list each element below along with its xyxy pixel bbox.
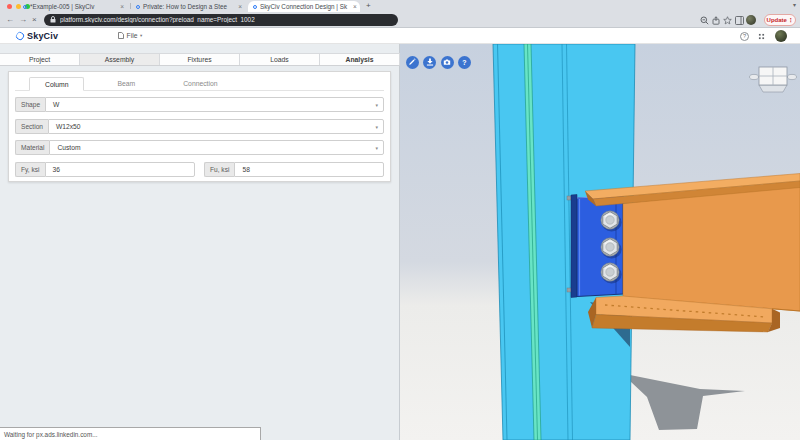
member-sub-tabs: Column Beam Connection xyxy=(15,77,384,91)
fu-label: Fu, ksi xyxy=(204,162,234,177)
subtab-connection[interactable]: Connection xyxy=(168,77,232,90)
shape-label: Shape xyxy=(15,97,45,112)
skyciv-favicon-icon xyxy=(136,5,140,9)
pencil-icon xyxy=(408,58,416,66)
share-icon[interactable] xyxy=(712,16,720,25)
column-form: Shape W ▾ Section W12x50 ▾ Material xyxy=(9,91,390,183)
main-tab-bar: Project Assembly Fixtures Loads Analysis xyxy=(0,53,400,66)
skyciv-favicon-icon xyxy=(23,5,27,9)
forward-button[interactable]: → xyxy=(19,15,27,25)
material-label: Material xyxy=(15,140,49,155)
stop-loading-button[interactable]: × xyxy=(32,15,37,25)
section-select[interactable]: W12x50 ▾ xyxy=(48,119,384,134)
tab-title: Private: How to Design a Stee xyxy=(143,3,227,10)
tab-close-icon[interactable]: × xyxy=(117,3,124,10)
tab-loads[interactable]: Loads xyxy=(240,54,320,65)
zoom-icon[interactable] xyxy=(700,16,709,25)
assembly-card: Column Beam Connection Shape W ▾ Section… xyxy=(8,71,391,182)
tab-analysis[interactable]: Analysis xyxy=(320,54,400,65)
chevron-down-icon: ▾ xyxy=(375,145,378,151)
browser-tab-1[interactable]: *Example-005 | SkyCiv × xyxy=(18,1,129,12)
strength-row: Fy, ksi 36 Fu, ksi 58 xyxy=(15,162,384,177)
chevron-down-icon: ▾ xyxy=(140,33,142,38)
new-tab-button[interactable]: + xyxy=(366,1,371,10)
document-icon xyxy=(118,32,124,39)
skyciv-logo[interactable]: SkyCiv xyxy=(16,31,58,41)
apps-grid-icon[interactable] xyxy=(758,33,765,40)
renderer-3d-viewport[interactable]: ? xyxy=(400,44,800,440)
chrome-update-button[interactable]: Update ⋮ xyxy=(764,14,796,26)
help-icon: ? xyxy=(462,59,466,66)
fy-field-group: Fy, ksi 36 xyxy=(15,162,195,177)
close-window-button[interactable] xyxy=(7,4,12,9)
tab-search-chevron-icon[interactable]: ▾ xyxy=(793,1,796,8)
tab-assembly[interactable]: Assembly xyxy=(80,54,160,65)
fy-label: Fy, ksi xyxy=(15,162,45,177)
shape-field-group: Shape W ▾ xyxy=(15,97,384,112)
help-button[interactable]: ? xyxy=(740,32,749,41)
download-icon xyxy=(426,58,434,66)
browser-tab-strip: *Example-005 | SkyCiv × Private: How to … xyxy=(0,0,800,12)
subtab-beam[interactable]: Beam xyxy=(102,77,150,90)
status-bar: Waiting for px.ads.linkedin.com... xyxy=(0,427,261,440)
shape-select[interactable]: W ▾ xyxy=(45,97,384,112)
browser-profile-avatar[interactable] xyxy=(746,15,756,25)
side-panel-icon[interactable] xyxy=(735,16,744,25)
url-text: platform.skyciv.com/design/connection?pr… xyxy=(60,16,255,23)
browser-tab-2[interactable]: Private: How to Design a Stee × xyxy=(131,1,247,12)
account-avatar[interactable] xyxy=(775,30,787,42)
more-menu-icon[interactable]: ⋮ xyxy=(788,17,794,23)
file-menu-label: File xyxy=(127,32,138,39)
chevron-down-icon: ▾ xyxy=(375,124,378,130)
section-field-group: Section W12x50 ▾ xyxy=(15,119,384,134)
fy-input[interactable]: 36 xyxy=(45,162,195,177)
screenshot-button[interactable] xyxy=(441,56,454,69)
subtab-column[interactable]: Column xyxy=(29,77,84,91)
skyciv-app-header: SkyCiv File ▾ ? xyxy=(0,28,800,44)
edit-annotation-button[interactable] xyxy=(406,56,419,69)
camera-icon xyxy=(443,58,451,66)
skyciv-logo-icon xyxy=(14,30,25,41)
connection-plate-3d[interactable] xyxy=(567,195,623,298)
file-menu[interactable]: File ▾ xyxy=(118,32,142,39)
connection-3d-scene xyxy=(400,44,800,440)
renderer-help-button[interactable]: ? xyxy=(458,56,471,69)
tab-close-icon[interactable]: × xyxy=(235,3,242,10)
material-select[interactable]: Custom ▾ xyxy=(49,140,384,155)
tab-title: *Example-005 | SkyCiv xyxy=(30,3,94,10)
chevron-down-icon: ▾ xyxy=(375,102,378,108)
address-bar[interactable]: platform.skyciv.com/design/connection?pr… xyxy=(44,14,398,27)
fu-input[interactable]: 58 xyxy=(234,162,384,177)
bookmark-star-icon[interactable] xyxy=(723,16,732,25)
skyciv-favicon-icon xyxy=(253,5,257,9)
fu-field-group: Fu, ksi 58 xyxy=(204,162,384,177)
tab-project[interactable]: Project xyxy=(0,54,80,65)
browser-toolbar: ← → × platform.skyciv.com/design/connect… xyxy=(0,12,800,28)
browser-tab-3-active[interactable]: SkyCiv Connection Design | Sk × xyxy=(248,1,360,12)
section-label: Section xyxy=(15,119,48,134)
download-button[interactable] xyxy=(423,56,436,69)
skyciv-logo-text: SkyCiv xyxy=(27,31,58,41)
back-button[interactable]: ← xyxy=(6,15,14,25)
tab-close-icon[interactable]: × xyxy=(350,3,357,10)
tab-title: SkyCiv Connection Design | Sk xyxy=(260,3,347,10)
browser-window: *Example-005 | SkyCiv × Private: How to … xyxy=(0,0,800,440)
material-field-group: Material Custom ▾ xyxy=(15,140,384,155)
design-sidebar-panel: Project Assembly Fixtures Loads Analysis… xyxy=(0,44,400,440)
lock-icon xyxy=(50,16,56,23)
tab-fixtures[interactable]: Fixtures xyxy=(160,54,240,65)
